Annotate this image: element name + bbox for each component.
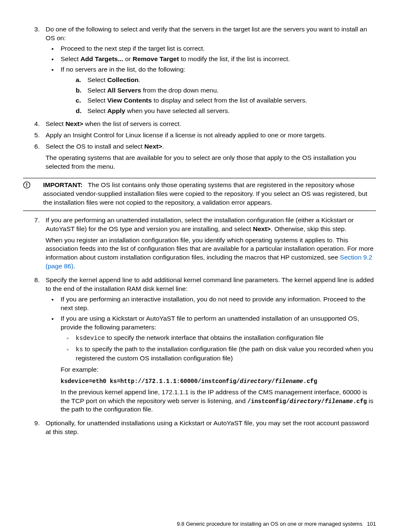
step-number: 5. xyxy=(23,131,46,140)
step-3: 3. Do one of the following to select and… xyxy=(23,25,376,117)
circle-item: ks to specify the path to the installati… xyxy=(61,345,376,362)
alpha-list: a.Select Collection. b.Select All Server… xyxy=(76,76,376,116)
step-number: 6. xyxy=(23,142,46,174)
svg-rect-1 xyxy=(26,183,27,185)
important-icon xyxy=(23,181,43,207)
circle-item: ksdevice to specify the network interfac… xyxy=(61,334,376,343)
step-4: 4. Select Next> when the list of servers… xyxy=(23,120,376,129)
bullet-item: If you are using a Kickstart or AutoYaST… xyxy=(46,314,376,414)
for-example: For example: xyxy=(61,365,376,374)
step-number: 7. xyxy=(23,216,46,274)
step-number: 9. xyxy=(23,419,46,437)
main-list: 3. Do one of the following to select and… xyxy=(23,25,376,174)
step-number: 4. xyxy=(23,120,46,129)
page-footer: 9.8 Generic procedure for installing an … xyxy=(23,520,376,528)
important-text: The OS list contains only those operatin… xyxy=(43,181,367,206)
step-3-bullets: Proceed to the next step if the target l… xyxy=(46,44,376,116)
important-label: IMPORTANT: xyxy=(43,181,82,188)
bullet-item: Proceed to the next step if the target l… xyxy=(46,44,376,53)
circle-list: ksdevice to specify the network interfac… xyxy=(61,334,376,363)
step-6-para: The operating systems that are available… xyxy=(46,154,376,171)
step-6: 6. Select the OS to install and select N… xyxy=(23,142,376,174)
step-9: 9. Optionally, for unattended installati… xyxy=(23,419,376,437)
important-box: IMPORTANT: The OS list contains only tho… xyxy=(23,178,376,211)
step-8: 8. Specify the kernel append line to add… xyxy=(23,276,376,416)
bullet-item: Select Add Targets... or Remove Target t… xyxy=(46,55,376,64)
step-7-para: When you register an installation config… xyxy=(46,236,376,271)
alpha-item: b.Select All Servers from the drop down … xyxy=(76,86,376,95)
main-list-cont: 7. If you are performing an unattended i… xyxy=(23,216,376,437)
step-number: 8. xyxy=(23,276,46,416)
example-explain: In the previous kernel append line, 172.… xyxy=(61,388,376,414)
step-text: Do one of the following to select and ve… xyxy=(46,26,367,41)
step-7: 7. If you are performing an unattended i… xyxy=(23,216,376,274)
step-5: 5. Apply an Insight Control for Linux li… xyxy=(23,131,376,140)
alpha-item: a.Select Collection. xyxy=(76,76,376,85)
step-8-bullets: If you are performing an interactive ins… xyxy=(46,295,376,414)
bullet-item: If no servers are in the list, do the fo… xyxy=(46,65,376,116)
footer-text: 9.8 Generic procedure for installing an … xyxy=(177,521,363,527)
alpha-item: d.Select Apply when you have selected al… xyxy=(76,107,376,116)
alpha-item: c.Select View Contents to display and se… xyxy=(76,96,376,105)
svg-rect-2 xyxy=(26,186,27,187)
example-code: ksdevice=eth0 ks=http://172.1.1.1:60000/… xyxy=(61,377,376,386)
bullet-item: If you are performing an interactive ins… xyxy=(46,295,376,313)
step-number: 3. xyxy=(23,25,46,117)
page-number: 101 xyxy=(367,521,376,527)
